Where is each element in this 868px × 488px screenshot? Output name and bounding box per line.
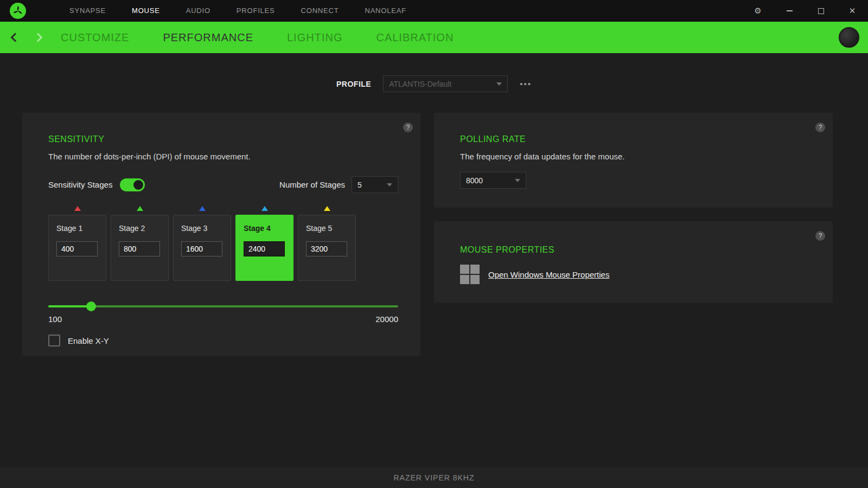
window-controls: ⚙ ✕ [742, 0, 868, 22]
profile-row: PROFILE ATLANTIS-Default ••• [0, 75, 868, 92]
settings-gear-icon[interactable]: ⚙ [742, 0, 774, 22]
polling-rate-title: POLLING RATE [460, 134, 811, 144]
stage-5-dpi-input[interactable]: 3200 [306, 241, 347, 256]
stage4-marker-icon [261, 206, 268, 211]
more-options-button[interactable]: ••• [520, 79, 532, 88]
menu-item-connect[interactable]: CONNECT [288, 0, 352, 22]
titlebar: SYNAPSE MOUSE AUDIO PROFILES CONNECT NAN… [0, 0, 868, 22]
mouse-properties-row: Open Windows Mouse Properties [460, 265, 811, 284]
profile-dropdown[interactable]: ATLANTIS-Default [383, 75, 508, 92]
stage-cards: Stage 1 400 Stage 2 800 Stage 3 1600 Sta… [48, 215, 399, 281]
stage-label: Stage 2 [119, 224, 161, 233]
mouse-properties-title: MOUSE PROPERTIES [460, 245, 811, 255]
slider-range-labels: 100 20000 [48, 314, 398, 324]
minimize-icon [787, 10, 793, 11]
app-menu: SYNAPSE MOUSE AUDIO PROFILES CONNECT NAN… [56, 0, 419, 22]
number-of-stages-value: 5 [358, 181, 362, 189]
stage-label: Stage 4 [244, 224, 285, 233]
stage-label: Stage 5 [306, 224, 348, 233]
profile-dropdown-value: ATLANTIS-Default [389, 80, 451, 88]
number-of-stages-dropdown[interactable]: 5 [352, 176, 398, 193]
minimize-button[interactable] [774, 0, 805, 22]
menu-item-audio[interactable]: AUDIO [173, 0, 224, 22]
profile-label: PROFILE [336, 80, 371, 88]
tab-customize[interactable]: CUSTOMIZE [61, 31, 129, 44]
windows-logo-icon [460, 265, 480, 284]
stage-4-card[interactable]: Stage 4 2400 [235, 215, 293, 281]
stage3-marker-icon [199, 206, 206, 211]
stage-label: Stage 1 [56, 224, 98, 233]
slider-track[interactable] [48, 305, 398, 307]
menu-item-nanoleaf[interactable]: NANOLEAF [352, 0, 419, 22]
tab-calibration[interactable]: CALIBRATION [376, 31, 454, 44]
enable-xy-checkbox[interactable] [48, 335, 60, 346]
stage2-marker-icon [137, 206, 143, 211]
enable-xy-label: Enable X-Y [68, 336, 109, 345]
stage-3-dpi-input[interactable]: 1600 [181, 241, 222, 256]
polling-rate-dropdown[interactable]: 8000 [460, 172, 526, 189]
close-button[interactable]: ✕ [837, 0, 868, 22]
stage-label: Stage 3 [181, 224, 223, 233]
stage-2-card[interactable]: Stage 2 800 [111, 215, 169, 281]
menu-item-synapse[interactable]: SYNAPSE [56, 0, 119, 22]
help-icon[interactable]: ? [403, 123, 413, 132]
slider-max-label: 20000 [375, 314, 398, 324]
stage5-marker-icon [324, 206, 330, 211]
sensitivity-controls-row: Sensitivity Stages Number of Stages 5 [48, 176, 398, 193]
sensitivity-stages-label: Sensitivity Stages [48, 180, 112, 189]
tab-performance[interactable]: PERFORMANCE [163, 31, 253, 44]
sensitivity-stages-toggle[interactable] [120, 178, 145, 191]
statusbar: RAZER VIPER 8KHZ [0, 467, 868, 488]
maximize-icon [818, 8, 824, 14]
stage-1-dpi-input[interactable]: 400 [56, 241, 98, 256]
device-subnav: CUSTOMIZE PERFORMANCE LIGHTING CALIBRATI… [0, 22, 868, 53]
mouse-properties-card: ? MOUSE PROPERTIES Open Windows Mouse Pr… [434, 221, 833, 303]
tab-lighting[interactable]: LIGHTING [287, 31, 342, 44]
sensitivity-title: SENSITIVITY [48, 134, 399, 144]
stage-1-card[interactable]: Stage 1 400 [48, 215, 106, 281]
menu-item-profiles[interactable]: PROFILES [224, 0, 288, 22]
stage1-marker-icon [74, 206, 81, 211]
chevron-down-icon [515, 179, 520, 182]
maximize-button[interactable] [805, 0, 837, 22]
polling-rate-card: ? POLLING RATE The frequency of data upd… [434, 113, 833, 208]
slider-min-label: 100 [48, 314, 62, 324]
enable-xy-row: Enable X-Y [48, 335, 399, 346]
open-mouse-properties-link[interactable]: Open Windows Mouse Properties [488, 270, 609, 279]
stage-2-dpi-input[interactable]: 800 [119, 241, 160, 256]
razer-logo-icon [10, 3, 26, 19]
chevron-down-icon [387, 183, 392, 187]
device-avatar[interactable] [839, 27, 859, 48]
sensitivity-card: ? SENSITIVITY The number of dots-per-inc… [22, 113, 420, 356]
stage-markers [48, 206, 398, 211]
help-icon[interactable]: ? [815, 231, 825, 241]
slider-thumb[interactable] [86, 301, 96, 311]
stage-5-card[interactable]: Stage 5 3200 [298, 215, 356, 281]
polling-rate-value: 8000 [466, 176, 483, 185]
menu-item-mouse[interactable]: MOUSE [119, 0, 173, 22]
back-arrow-icon[interactable] [11, 33, 20, 42]
help-icon[interactable]: ? [815, 123, 825, 132]
device-name: RAZER VIPER 8KHZ [393, 473, 474, 482]
forward-arrow-icon[interactable] [34, 33, 43, 42]
stage-3-card[interactable]: Stage 3 1600 [173, 215, 231, 281]
nav-arrows [12, 34, 41, 41]
stage-4-dpi-input[interactable]: 2400 [244, 241, 285, 256]
subnav-tabs: CUSTOMIZE PERFORMANCE LIGHTING CALIBRATI… [61, 31, 454, 44]
polling-rate-description: The frequency of data updates for the mo… [460, 152, 811, 161]
dpi-slider[interactable] [48, 301, 398, 311]
slider-fill [48, 305, 92, 307]
number-of-stages-label: Number of Stages [279, 180, 345, 189]
sensitivity-description: The number of dots-per-inch (DPI) of mou… [48, 152, 399, 161]
toggle-knob [133, 180, 143, 190]
chevron-down-icon [496, 82, 502, 86]
